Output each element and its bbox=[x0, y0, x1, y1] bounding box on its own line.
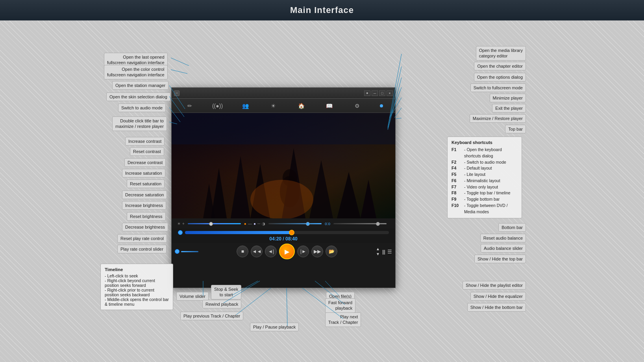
player-toolbar: ✏ ((●)) 👥 ☀ 🏠 📖 ⚙ bbox=[172, 99, 395, 113]
annotation-increase-saturation: Increase saturation bbox=[122, 169, 165, 177]
timeline-item-3: - Right-click prior to current position … bbox=[105, 288, 169, 297]
annotation-top-bar: Top bar bbox=[505, 125, 526, 133]
annotation-show-hide-bottom-bar: Show / Hide the bottom bar bbox=[467, 303, 526, 312]
control-buttons-row: ■ ◄◄ ◄| ▶ |► ▶▶ 📂 ▲ ▼ ||| ☰ bbox=[172, 243, 395, 260]
annotation-play-next: Play nextTrack / Chapter bbox=[325, 312, 361, 327]
close-btn[interactable]: × bbox=[387, 90, 393, 96]
progress-area: 04:20 / 08:40 bbox=[172, 229, 395, 243]
contrast-icon: ◑ bbox=[262, 222, 265, 226]
annotation-reset-brightness: Reset brightness bbox=[127, 212, 166, 221]
timeline-thumb-left[interactable] bbox=[178, 230, 183, 235]
maximize-btn[interactable]: □ bbox=[379, 90, 385, 96]
open-files-button[interactable]: 📂 bbox=[326, 246, 337, 257]
settings-icon[interactable]: ⚙ bbox=[352, 100, 363, 111]
video-decoration bbox=[172, 113, 395, 218]
titlebar-right: ✦ ─ □ × bbox=[364, 90, 393, 96]
home-icon[interactable]: 🏠 bbox=[296, 100, 307, 111]
shortcut-key-f1: F1 bbox=[452, 147, 463, 159]
playlist-icon[interactable]: ☰ bbox=[387, 249, 392, 255]
progress-thumb[interactable] bbox=[289, 230, 294, 235]
color-icons: ● — ● ─ ◑ bbox=[244, 222, 265, 226]
shortcut-desc-f8: - Toggle top bar / timeline bbox=[464, 190, 511, 196]
annotation-show-hide-top-bar: Show / Hide the top bar bbox=[474, 255, 526, 263]
annotation-play-rate-slider: Play rate control slider bbox=[117, 245, 167, 253]
annotation-decrease-contrast: Decrease contrast bbox=[124, 158, 166, 167]
progress-bar-container[interactable] bbox=[185, 230, 389, 235]
next-track-button[interactable]: |► bbox=[297, 246, 309, 257]
minus-icon2: ─ bbox=[257, 222, 260, 226]
volume-up-icon[interactable]: ▲ bbox=[376, 247, 380, 251]
pencil-icon[interactable]: ✏ bbox=[184, 100, 195, 111]
equalizer-icon[interactable]: ||| bbox=[382, 249, 385, 255]
shortcut-f9: F9 - Toggle bottom bar bbox=[452, 196, 518, 203]
brightness-slider-track[interactable] bbox=[188, 223, 241, 224]
minimize-icon[interactable]: ─ bbox=[174, 90, 180, 96]
annotation-open-skin: Open the skin selection dialog bbox=[106, 92, 170, 101]
shortcut-key-f10: F10 bbox=[452, 203, 463, 215]
color-slider-track[interactable] bbox=[268, 223, 322, 224]
shortcut-f2: F2 - Switch to audio mode bbox=[452, 159, 518, 166]
annotation-open-color-nav: Open the color controlfullscreen navigat… bbox=[104, 65, 168, 79]
shortcut-desc-f2: - Switch to audio mode bbox=[464, 159, 506, 166]
volume-down-icon[interactable]: ▼ bbox=[376, 252, 380, 256]
volume-slider-track[interactable] bbox=[181, 251, 198, 252]
minus-icon: ☀ bbox=[177, 222, 181, 226]
audio-slider-track[interactable] bbox=[333, 223, 387, 224]
adjustments-area: ☀ + ● — ● ─ ◑ o:o bbox=[172, 218, 395, 229]
audio-thumb[interactable] bbox=[376, 222, 380, 226]
play-pause-button[interactable]: ▶ bbox=[279, 244, 295, 259]
brightness-icon[interactable]: ☀ bbox=[268, 100, 279, 111]
shortcut-f7: F7 - Video only layout bbox=[452, 184, 518, 190]
annotation-reset-play-rate: Reset play rate control bbox=[117, 234, 167, 243]
volume-arrows: ▲ ▼ bbox=[376, 247, 380, 256]
svg-line-25 bbox=[396, 118, 402, 119]
shortcut-desc-f10: - Toggle between DVD / Media modes bbox=[464, 203, 518, 215]
plus-icon: + bbox=[182, 222, 185, 226]
video-area bbox=[172, 113, 395, 218]
shortcut-key-f6: F6 bbox=[452, 178, 463, 184]
shortcut-f10: F10 - Toggle between DVD / Media modes bbox=[452, 203, 518, 215]
users-icon[interactable]: 👥 bbox=[240, 100, 251, 111]
svg-rect-12 bbox=[172, 113, 395, 144]
timeline-title: Timeline bbox=[105, 267, 169, 272]
adjustment-slider-row: ☀ + ● — ● ─ ◑ o:o bbox=[174, 219, 393, 228]
prev-track-button[interactable]: ◄| bbox=[265, 246, 277, 257]
rewind-button[interactable]: ◄◄ bbox=[251, 246, 263, 257]
svg-line-14 bbox=[171, 70, 187, 74]
progress-bar[interactable] bbox=[185, 231, 389, 234]
brightness-thumb[interactable] bbox=[209, 222, 213, 226]
minimize-btn[interactable]: ─ bbox=[372, 90, 378, 96]
shortcuts-title: Keyboard shortcuts bbox=[452, 140, 518, 145]
keyboard-shortcuts-box: Keyboard shortcuts F1 - Open the keyboar… bbox=[447, 137, 522, 218]
shortcut-desc-f9: - Toggle bottom bar bbox=[464, 196, 500, 203]
header: Main Interface bbox=[0, 0, 644, 20]
annotation-volume-slider: Volume slider bbox=[176, 292, 209, 301]
fast-forward-button[interactable]: ▶▶ bbox=[311, 246, 323, 257]
shortcut-f4: F4 - Default layout bbox=[452, 165, 518, 172]
audio-icon[interactable]: ((●)) bbox=[212, 100, 223, 111]
annotation-rewind-playback: Rewind playback bbox=[202, 300, 241, 308]
color-warm-icon: ● bbox=[244, 222, 246, 226]
annotation-open-chapter: Open the chapter editor bbox=[474, 62, 526, 70]
titlebar-left: ─ bbox=[174, 90, 180, 96]
annotation-open-options: Open the options dialog bbox=[474, 73, 526, 81]
timeline-box: Timeline - Left-click to seek - Right-cl… bbox=[100, 264, 173, 310]
shortcut-key-f5: F5 bbox=[452, 172, 463, 178]
progress-fill bbox=[185, 231, 291, 234]
stop-button[interactable]: ■ bbox=[237, 246, 248, 257]
shortcut-desc-f1: - Open the keyboard shortcuts dialog bbox=[464, 147, 518, 159]
fullscreen-btn[interactable]: ✦ bbox=[364, 90, 370, 96]
volume-thumb[interactable] bbox=[175, 249, 180, 254]
color-thumb[interactable] bbox=[306, 222, 310, 226]
audio-balance-display: o:o bbox=[325, 222, 330, 226]
annotation-switch-fullscreen: Switch to fullscreen mode bbox=[470, 83, 526, 92]
annotation-show-hide-playlist: Show / Hide the playlist editor bbox=[463, 281, 526, 290]
annotation-reset-saturation: Reset saturation bbox=[127, 179, 165, 188]
annotation-decrease-saturation: Decrease saturation bbox=[122, 190, 167, 199]
volume-area bbox=[175, 249, 198, 254]
shortcut-key-f7: F7 bbox=[452, 184, 463, 190]
book-icon[interactable]: 📖 bbox=[324, 100, 335, 111]
annotation-exit-player: Exit the player bbox=[492, 104, 526, 113]
shortcut-key-f9: F9 bbox=[452, 196, 463, 203]
shortcut-f8: F8 - Toggle top bar / timeline bbox=[452, 190, 518, 196]
